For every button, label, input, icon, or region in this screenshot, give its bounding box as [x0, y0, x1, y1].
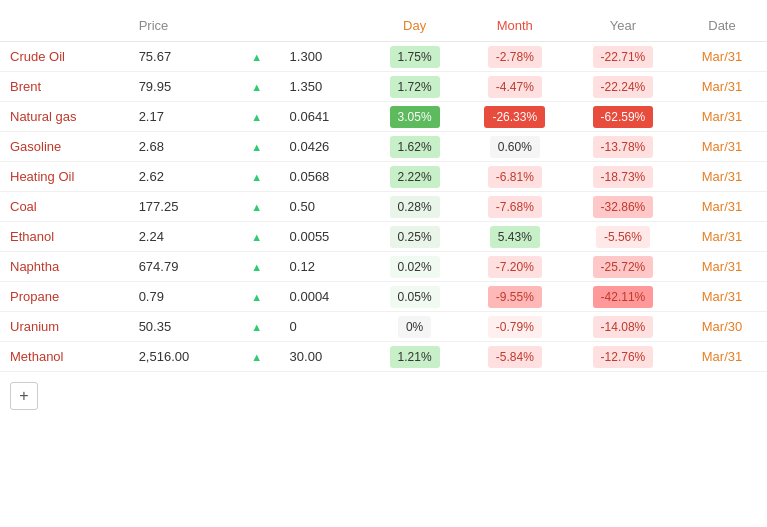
commodity-name: Coal: [0, 192, 129, 222]
commodity-name: Crude Oil: [0, 42, 129, 72]
commodity-year: -22.71%: [569, 42, 677, 72]
commodity-day: 0.02%: [368, 252, 460, 282]
commodity-month: 5.43%: [461, 222, 569, 252]
commodity-change: 0.0055: [280, 222, 369, 252]
commodity-month: -7.20%: [461, 252, 569, 282]
commodity-date: Mar/31: [677, 102, 767, 132]
up-arrow-icon: ▲: [234, 252, 280, 282]
commodity-date: Mar/31: [677, 72, 767, 102]
up-arrow-icon: ▲: [234, 102, 280, 132]
header-name: [0, 10, 129, 42]
commodity-change: 0.0004: [280, 282, 369, 312]
commodity-year: -5.56%: [569, 222, 677, 252]
table-row[interactable]: Crude Oil75.67▲1.3001.75%-2.78%-22.71%Ma…: [0, 42, 767, 72]
commodity-day: 0.05%: [368, 282, 460, 312]
up-arrow-icon: ▲: [234, 192, 280, 222]
table-row[interactable]: Naphtha674.79▲0.120.02%-7.20%-25.72%Mar/…: [0, 252, 767, 282]
table-row[interactable]: Coal177.25▲0.500.28%-7.68%-32.86%Mar/31: [0, 192, 767, 222]
table-row[interactable]: Propane0.79▲0.00040.05%-9.55%-42.11%Mar/…: [0, 282, 767, 312]
commodity-price: 2.62: [129, 162, 234, 192]
up-arrow-icon: ▲: [234, 312, 280, 342]
table-row[interactable]: Methanol2,516.00▲30.001.21%-5.84%-12.76%…: [0, 342, 767, 372]
commodity-month: -2.78%: [461, 42, 569, 72]
up-arrow-icon: ▲: [234, 72, 280, 102]
header-month: Month: [461, 10, 569, 42]
commodity-name: Naphtha: [0, 252, 129, 282]
commodity-year: -32.86%: [569, 192, 677, 222]
commodity-day: 3.05%: [368, 102, 460, 132]
commodities-table: Price Day Month Year Date Crude Oil75.67…: [0, 10, 767, 372]
commodity-price: 50.35: [129, 312, 234, 342]
commodity-year: -62.59%: [569, 102, 677, 132]
commodity-price: 0.79: [129, 282, 234, 312]
commodity-price: 79.95: [129, 72, 234, 102]
commodity-change: 1.350: [280, 72, 369, 102]
commodity-day: 1.62%: [368, 132, 460, 162]
commodity-change: 0.50: [280, 192, 369, 222]
commodity-day: 1.75%: [368, 42, 460, 72]
commodity-price: 2,516.00: [129, 342, 234, 372]
commodity-day: 1.72%: [368, 72, 460, 102]
commodity-day: 0.28%: [368, 192, 460, 222]
commodity-date: Mar/30: [677, 312, 767, 342]
commodity-name: Methanol: [0, 342, 129, 372]
commodity-year: -25.72%: [569, 252, 677, 282]
commodity-month: -0.79%: [461, 312, 569, 342]
table-row[interactable]: Natural gas2.17▲0.06413.05%-26.33%-62.59…: [0, 102, 767, 132]
commodity-price: 75.67: [129, 42, 234, 72]
commodity-change: 0.0641: [280, 102, 369, 132]
up-arrow-icon: ▲: [234, 132, 280, 162]
commodity-price: 2.17: [129, 102, 234, 132]
commodity-month: -6.81%: [461, 162, 569, 192]
up-arrow-icon: ▲: [234, 162, 280, 192]
commodity-name: Gasoline: [0, 132, 129, 162]
commodity-change: 0.0568: [280, 162, 369, 192]
commodity-date: Mar/31: [677, 132, 767, 162]
table-row[interactable]: Gasoline2.68▲0.04261.62%0.60%-13.78%Mar/…: [0, 132, 767, 162]
table-row[interactable]: Ethanol2.24▲0.00550.25%5.43%-5.56%Mar/31: [0, 222, 767, 252]
commodity-date: Mar/31: [677, 192, 767, 222]
header-arrow: [234, 10, 280, 42]
commodity-month: -5.84%: [461, 342, 569, 372]
commodity-year: -22.24%: [569, 72, 677, 102]
commodity-day: 0.25%: [368, 222, 460, 252]
commodity-day: 1.21%: [368, 342, 460, 372]
commodity-date: Mar/31: [677, 342, 767, 372]
commodity-date: Mar/31: [677, 42, 767, 72]
commodity-day: 0%: [368, 312, 460, 342]
commodity-change: 0.0426: [280, 132, 369, 162]
header-day: Day: [368, 10, 460, 42]
commodity-change: 0.12: [280, 252, 369, 282]
commodity-day: 2.22%: [368, 162, 460, 192]
up-arrow-icon: ▲: [234, 342, 280, 372]
commodity-name: Heating Oil: [0, 162, 129, 192]
commodity-name: Brent: [0, 72, 129, 102]
commodity-month: 0.60%: [461, 132, 569, 162]
header-year: Year: [569, 10, 677, 42]
commodity-name: Ethanol: [0, 222, 129, 252]
commodity-price: 674.79: [129, 252, 234, 282]
add-row-button[interactable]: +: [10, 382, 38, 410]
commodity-year: -42.11%: [569, 282, 677, 312]
header-change: [280, 10, 369, 42]
commodity-price: 2.68: [129, 132, 234, 162]
up-arrow-icon: ▲: [234, 222, 280, 252]
table-row[interactable]: Brent79.95▲1.3501.72%-4.47%-22.24%Mar/31: [0, 72, 767, 102]
commodity-month: -7.68%: [461, 192, 569, 222]
commodity-change: 0: [280, 312, 369, 342]
up-arrow-icon: ▲: [234, 282, 280, 312]
commodity-change: 1.300: [280, 42, 369, 72]
commodity-date: Mar/31: [677, 222, 767, 252]
table-row[interactable]: Uranium50.35▲00%-0.79%-14.08%Mar/30: [0, 312, 767, 342]
commodity-date: Mar/31: [677, 252, 767, 282]
table-row[interactable]: Heating Oil2.62▲0.05682.22%-6.81%-18.73%…: [0, 162, 767, 192]
header-price: Price: [129, 10, 234, 42]
header-date: Date: [677, 10, 767, 42]
commodities-table-container: Price Day Month Year Date Crude Oil75.67…: [0, 0, 767, 430]
commodity-date: Mar/31: [677, 282, 767, 312]
commodity-price: 177.25: [129, 192, 234, 222]
commodity-price: 2.24: [129, 222, 234, 252]
commodity-name: Propane: [0, 282, 129, 312]
commodity-name: Natural gas: [0, 102, 129, 132]
commodity-month: -4.47%: [461, 72, 569, 102]
